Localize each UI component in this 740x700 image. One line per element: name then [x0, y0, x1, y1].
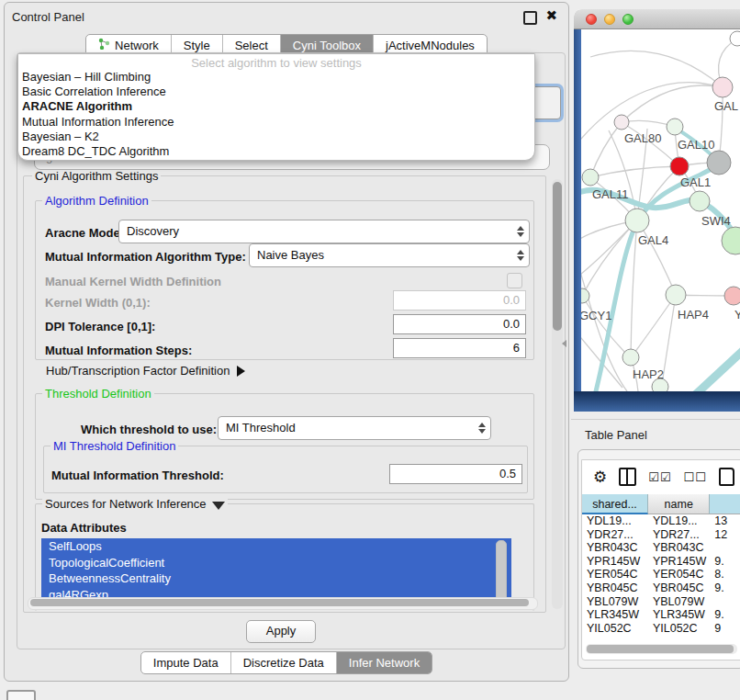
- expand-right-arrow-icon: [237, 366, 245, 377]
- spinner-arrows-icon: [517, 220, 524, 243]
- table-row[interactable]: YDL19... YDL19... 13: [582, 514, 740, 528]
- apply-button[interactable]: Apply: [246, 620, 316, 643]
- network-node-gcy1[interactable]: [581, 288, 589, 303]
- manual-kernel-width-checkbox[interactable]: [507, 273, 522, 288]
- dropdown-item[interactable]: Bayesian – Hill Climbing: [18, 70, 534, 85]
- mi-steps-label: Mutual Information Steps:: [45, 344, 192, 357]
- aracne-mode-combobox[interactable]: Discovery: [118, 220, 530, 243]
- column-header[interactable]: [710, 494, 740, 514]
- deselect-all-checkboxes-icon[interactable]: ☐☐: [684, 470, 707, 484]
- control-panel: Control Panel ✖ Network Style Select Cyn…: [4, 2, 569, 682]
- dropdown-item[interactable]: Mutual Information Inference: [18, 115, 534, 130]
- list-item-selected[interactable]: TopologicalCoefficient: [41, 555, 511, 571]
- minimized-panel-icon[interactable]: [6, 690, 36, 700]
- table-row[interactable]: YPR145W YPR145W 9.: [582, 555, 740, 569]
- table-row[interactable]: YLR345W YLR345W 9.: [582, 608, 740, 622]
- which-threshold-combobox[interactable]: MI Threshold: [218, 416, 491, 440]
- float-panel-icon[interactable]: [523, 11, 537, 25]
- network-node-green[interactable]: [722, 227, 740, 254]
- panel-title: Control Panel: [12, 10, 84, 24]
- split-columns-icon[interactable]: [619, 468, 636, 486]
- dropdown-item[interactable]: Basic Correlation Inference: [18, 85, 534, 99]
- column-header-shared-name[interactable]: shared...: [582, 494, 648, 514]
- network-node-gal4[interactable]: [625, 209, 649, 232]
- column-header-name[interactable]: name: [648, 494, 710, 514]
- network-node-gray[interactable]: [707, 151, 731, 175]
- network-node-gal80[interactable]: [614, 115, 629, 130]
- table-horizontal-scrollbar[interactable]: [586, 644, 737, 654]
- spinner-arrows-icon: [478, 417, 486, 439]
- network-node-gal1[interactable]: [670, 157, 689, 175]
- data-attributes-list: SelfLoops TopologicalCoefficient Between…: [41, 538, 511, 603]
- list-item-selected[interactable]: SelfLoops: [41, 538, 511, 555]
- manual-kernel-width-label: Manual Kernel Width Definition: [45, 275, 221, 288]
- node-label: GAL10: [678, 138, 714, 152]
- tab-infer-network[interactable]: Infer Network: [336, 652, 432, 673]
- close-panel-icon[interactable]: ✖: [545, 7, 557, 24]
- bottom-tab-bar: Impute Data Discretize Data Infer Networ…: [5, 651, 568, 674]
- node-label: SWI4: [701, 214, 731, 228]
- sources-group: Sources for Network Inference Data Attri…: [35, 503, 534, 611]
- dropdown-hint: Select algorithm to view settings: [18, 56, 534, 70]
- window-close-button[interactable]: [586, 14, 597, 25]
- table-header: shared... name: [582, 494, 740, 514]
- list-item-selected[interactable]: BetweennessCentrality: [41, 570, 511, 587]
- tab-impute-data[interactable]: Impute Data: [141, 652, 230, 673]
- network-node-hap2[interactable]: [622, 349, 639, 366]
- mi-threshold-label: Mutual Information Threshold:: [51, 469, 224, 482]
- network-node-gal[interactable]: [712, 77, 733, 97]
- table-panel-body: ⚙ ☑☑ ☐☐ shared... name YDL19... YDL19...…: [581, 459, 740, 660]
- mi-algorithm-type-combobox[interactable]: Naive Bayes: [249, 243, 530, 267]
- network-node-hap4[interactable]: [666, 285, 686, 305]
- select-all-checkboxes-icon[interactable]: ☑☑: [648, 470, 671, 484]
- network-window-frame: [574, 29, 581, 412]
- network-node[interactable]: [730, 31, 740, 46]
- algorithm-definition-title: Algorithm Definition: [42, 194, 151, 208]
- node-label: GAL: [714, 99, 738, 113]
- network-node-gal11[interactable]: [582, 169, 599, 186]
- list-scrollbar[interactable]: [496, 540, 507, 603]
- table-row[interactable]: YDR27... YDR27... 12: [582, 528, 740, 542]
- table-row[interactable]: YER054C YER054C 8.: [582, 568, 740, 581]
- table-row[interactable]: YBL079W YBL079W: [582, 595, 740, 609]
- hub-definition-expander[interactable]: Hub/Transcription Factor Definition: [46, 364, 245, 378]
- table-row[interactable]: YBR043C YBR043C: [582, 541, 740, 555]
- dropdown-item[interactable]: Bayesian – K2: [18, 130, 534, 144]
- network-node-salmon[interactable]: [724, 287, 740, 305]
- node-label: HAP2: [633, 367, 664, 381]
- dpi-tolerance-field[interactable]: 0.0: [393, 314, 526, 334]
- split-divider-handle-icon[interactable]: [562, 340, 566, 347]
- network-node-gal10[interactable]: [667, 119, 683, 135]
- tab-discretize-data[interactable]: Discretize Data: [230, 652, 336, 673]
- spinner-arrows-icon: [517, 244, 524, 266]
- table-row[interactable]: YIL052C YIL052C 9: [582, 622, 740, 636]
- mi-threshold-group: MI Threshold Definition Mutual Informati…: [43, 446, 528, 493]
- gear-icon[interactable]: ⚙: [593, 469, 607, 485]
- mi-steps-field[interactable]: 6: [393, 338, 526, 358]
- panel-divider: [571, 419, 740, 420]
- network-window-titlebar[interactable]: [574, 9, 740, 29]
- node-label: HAP4: [678, 308, 709, 322]
- dropdown-item-selected[interactable]: ARACNE Algorithm: [18, 99, 534, 114]
- kernel-width-field[interactable]: 0.0: [393, 290, 526, 310]
- network-window-frame-bottom: [574, 391, 740, 412]
- dropdown-item[interactable]: Dream8 DC_TDC Algorithm: [18, 144, 534, 159]
- network-canvas[interactable]: GAL GAL80 GAL10 GAL1 GAL11 SWI4 GAL4 GCY…: [581, 29, 740, 391]
- settings-vertical-scrollbar[interactable]: [552, 179, 563, 609]
- node-label: GAL80: [624, 131, 661, 145]
- table-row[interactable]: YBR045C YBR045C 9.: [582, 581, 740, 595]
- collapse-down-arrow-icon: [212, 502, 225, 510]
- settings-horizontal-scrollbar[interactable]: [28, 597, 538, 610]
- dpi-tolerance-label: DPI Tolerance [0,1]:: [45, 320, 155, 333]
- network-node-swi4[interactable]: [690, 191, 710, 211]
- window-zoom-button[interactable]: [622, 14, 633, 25]
- threshold-definition-group: Threshold Definition Which threshold to …: [35, 393, 534, 500]
- window-minimize-button[interactable]: [604, 14, 615, 25]
- file-icon[interactable]: [719, 468, 734, 486]
- node-label: Y: [734, 308, 740, 322]
- network-view-window: GAL GAL80 GAL10 GAL1 GAL11 SWI4 GAL4 GCY…: [574, 9, 740, 412]
- node-label: GAL4: [638, 233, 668, 247]
- algorithm-definition-group: Algorithm Definition Aracne Mode: Discov…: [35, 200, 534, 360]
- mi-threshold-field[interactable]: 0.5: [389, 464, 522, 484]
- aracne-mode-label: Aracne Mode:: [45, 226, 124, 240]
